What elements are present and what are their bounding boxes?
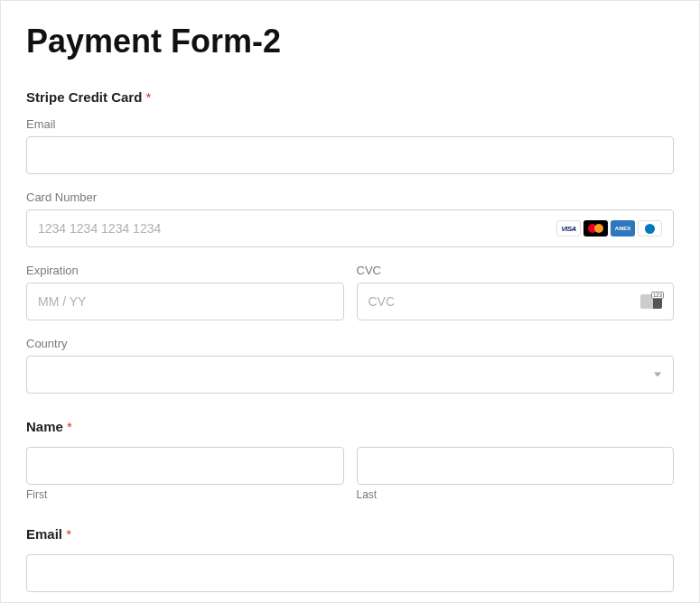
card-number-label: Card Number	[26, 190, 674, 204]
card-number-field-group: Card Number VISA AMEX	[26, 190, 674, 247]
required-mark: *	[146, 89, 152, 105]
required-mark: *	[66, 526, 71, 542]
required-mark: *	[67, 419, 72, 434]
cvc-col: CVC	[357, 264, 675, 320]
name-row: First Last	[26, 447, 674, 501]
expiration-label: Expiration	[26, 264, 344, 277]
country-select[interactable]	[26, 356, 674, 394]
email-label-text: Email	[26, 526, 62, 542]
last-name-col: Last	[357, 447, 675, 501]
cvc-input[interactable]	[369, 294, 641, 309]
cvc-input-wrapper[interactable]	[357, 283, 675, 320]
expiration-input-wrapper[interactable]	[26, 283, 344, 320]
amex-icon: AMEX	[611, 220, 635, 237]
expiry-cvc-row: Expiration CVC	[26, 264, 674, 320]
country-field-group: Country	[26, 337, 674, 394]
cvc-label: CVC	[357, 264, 675, 277]
stripe-email-input[interactable]	[26, 136, 674, 174]
name-label-text: Name	[26, 419, 63, 434]
first-name-input[interactable]	[26, 447, 344, 485]
country-label: Country	[26, 337, 674, 350]
last-name-input[interactable]	[357, 447, 675, 485]
mastercard-icon	[583, 220, 608, 237]
first-name-col: First	[26, 447, 344, 501]
email-section: Email *	[26, 526, 674, 592]
stripe-section-label-text: Stripe Credit Card	[26, 89, 142, 105]
cvc-card-icon	[640, 294, 662, 309]
stripe-section-label: Stripe Credit Card *	[26, 89, 674, 105]
stripe-email-field-group: Email	[26, 117, 674, 174]
page-title: Payment Form-2	[26, 23, 674, 60]
email-input[interactable]	[26, 554, 674, 592]
card-brand-icons: VISA AMEX	[556, 220, 662, 237]
diners-icon	[638, 220, 662, 237]
name-section-label: Name *	[26, 419, 674, 434]
last-name-sublabel: Last	[357, 488, 675, 501]
expiration-col: Expiration	[26, 264, 344, 320]
card-number-input[interactable]	[38, 221, 556, 236]
card-number-input-wrapper[interactable]: VISA AMEX	[26, 209, 674, 247]
stripe-email-label: Email	[26, 117, 674, 131]
payment-form-container: Payment Form-2 Stripe Credit Card * Emai…	[0, 0, 700, 603]
country-select-wrapper	[26, 356, 674, 394]
email-section-label: Email *	[26, 526, 674, 542]
stripe-section: Stripe Credit Card * Email Card Number V…	[26, 89, 674, 394]
name-section: Name * First Last	[26, 419, 674, 501]
expiration-input[interactable]	[38, 294, 332, 309]
first-name-sublabel: First	[26, 488, 344, 501]
visa-icon: VISA	[556, 220, 581, 237]
